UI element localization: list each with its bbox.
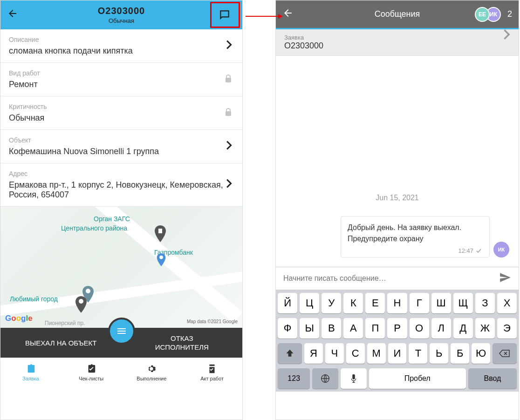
letter-key[interactable]: А [343, 318, 363, 339]
detail-label: Вид работ [9, 69, 234, 77]
nav-execution[interactable]: Выполнение [122, 358, 182, 386]
letter-key[interactable]: Ю [472, 343, 490, 364]
letter-key[interactable]: О [410, 318, 429, 339]
letter-key[interactable]: У [322, 293, 341, 313]
chat-area[interactable]: Jun 15, 2021 Добрый день. На заявку выех… [276, 56, 519, 267]
chat-button[interactable] [213, 4, 236, 26]
letter-key[interactable]: К [343, 293, 363, 313]
letter-key[interactable]: З [475, 293, 495, 313]
mic-key[interactable] [341, 368, 367, 389]
detail-value: Кофемашина Nuova Simonelli 1 группа [9, 147, 234, 156]
request-link[interactable]: Заявка O2303000 [276, 29, 519, 56]
message-row: Добрый день. На заявку выехал. Предупред… [285, 216, 509, 257]
nav-checklists[interactable]: Чек-листы [61, 358, 122, 386]
detail-label: Критичность [9, 103, 234, 110]
letter-key[interactable]: Е [365, 293, 385, 313]
departed-button[interactable]: ВЫЕХАЛ НА ОБЪЕКТ [0, 339, 122, 347]
space-key[interactable]: Пробел [369, 368, 466, 389]
letter-key[interactable]: Э [497, 318, 517, 339]
report-icon [207, 364, 217, 374]
map-pin-icon[interactable] [157, 253, 166, 266]
detail-value: Обычная [9, 113, 234, 123]
map-pin-icon[interactable] [75, 296, 87, 313]
detail-row: КритичностьОбычная [0, 96, 242, 130]
letter-key[interactable]: Й [278, 293, 297, 313]
map-attribution: Map data ©2021 Google [187, 319, 238, 324]
letter-key[interactable]: В [322, 318, 341, 339]
nav-ticket[interactable]: Заявка [0, 358, 61, 386]
nav-report[interactable]: Акт работ [182, 358, 242, 386]
shift-icon [285, 349, 294, 358]
check-icon [476, 249, 483, 253]
letter-key[interactable]: Ш [431, 293, 451, 313]
letter-key[interactable]: Т [409, 343, 427, 364]
svg-point-4 [86, 289, 90, 293]
gear-icon [146, 364, 157, 374]
letter-key[interactable]: Р [387, 318, 407, 339]
letter-key[interactable]: Н [387, 293, 407, 313]
chat-date-separator: Jun 15, 2021 [285, 194, 509, 202]
letter-key[interactable]: Ч [325, 343, 344, 364]
letter-key[interactable]: И [388, 343, 407, 364]
send-button[interactable] [499, 271, 511, 285]
detail-label: Адрес [9, 170, 234, 177]
globe-icon [320, 373, 330, 384]
ticket-detail-screen: O2303000 Обычная Описаниесломана кнопка … [0, 0, 243, 420]
letter-key[interactable]: Ц [300, 293, 319, 313]
avatar: EE [475, 7, 490, 22]
menu-icon [117, 328, 126, 334]
detail-row[interactable]: Описаниесломана кнопка подачи кипятка [0, 29, 242, 63]
composer [276, 267, 519, 290]
keyboard-mode-key[interactable]: 123 [278, 368, 310, 389]
virtual-keyboard: ЙЦУКЕНГШЩЗХ ФЫВАПРОЛДЖЭ ЯЧСМИТЬБЮ 123 Пр… [276, 290, 519, 392]
letter-key[interactable]: Щ [453, 293, 473, 313]
menu-fab[interactable] [108, 318, 135, 345]
shift-key[interactable] [278, 343, 302, 364]
map-view[interactable]: Орган ЗАГС Центрального района Газпромба… [0, 207, 242, 328]
letter-key[interactable]: Ж [475, 318, 495, 339]
letter-key[interactable]: Л [431, 318, 451, 339]
letter-key[interactable]: Я [304, 343, 323, 364]
backspace-icon [499, 349, 510, 358]
message-bubble[interactable]: Добрый день. На заявку выехал. Предупред… [341, 216, 490, 257]
map-poi: Центрального района [61, 224, 127, 232]
google-logo: Google [5, 314, 33, 323]
backspace-key[interactable] [493, 343, 517, 364]
chevron-right-icon [226, 141, 232, 153]
letter-key[interactable]: Х [497, 293, 517, 313]
message-input[interactable] [283, 274, 499, 283]
letter-key[interactable]: Ы [300, 318, 319, 339]
svg-rect-2 [158, 229, 162, 233]
globe-key[interactable] [312, 368, 338, 389]
letter-key[interactable]: Ь [430, 343, 448, 364]
letter-key[interactable]: Б [451, 343, 469, 364]
letter-key[interactable]: Ф [278, 318, 297, 339]
svg-point-5 [79, 299, 83, 304]
chevron-right-icon [226, 179, 232, 191]
detail-row[interactable]: АдресЕрмакова пр-т., 1 корпус 2, Новокуз… [0, 163, 242, 207]
detail-row: Вид работРемонт [0, 63, 242, 96]
request-id: O2303000 [284, 41, 504, 51]
message-text: Добрый день. На заявку выехал. Предупред… [348, 222, 483, 244]
chevron-right-icon [226, 40, 232, 52]
letter-key[interactable]: М [367, 343, 386, 364]
detail-row[interactable]: ОбъектКофемашина Nuova Simonelli 1 групп… [0, 130, 242, 163]
ticket-id: O2303000 [0, 6, 242, 16]
detail-value: Ермакова пр-т., 1 корпус 2, Новокузнецк,… [9, 180, 234, 200]
reject-button[interactable]: ОТКАЗ ИСПОЛНИТЕЛЯ [122, 334, 243, 352]
detail-value: Ремонт [9, 80, 234, 89]
enter-key[interactable]: Ввод [468, 368, 517, 389]
map-pin-icon[interactable] [154, 225, 166, 242]
letter-key[interactable]: С [346, 343, 365, 364]
map-street: Пионерский пр. [45, 320, 85, 326]
messages-header: Сообщения EE ИК 2 [276, 0, 519, 29]
chevron-right-icon [504, 29, 510, 42]
letter-key[interactable]: Д [453, 318, 473, 339]
detail-label: Объект [9, 136, 234, 144]
letter-key[interactable]: П [365, 318, 385, 339]
clipboard-icon [26, 364, 36, 374]
participants[interactable]: EE ИК 2 [475, 7, 512, 22]
participant-count: 2 [507, 9, 512, 19]
message-avatar: ИК [493, 242, 509, 257]
letter-key[interactable]: Г [410, 293, 429, 313]
